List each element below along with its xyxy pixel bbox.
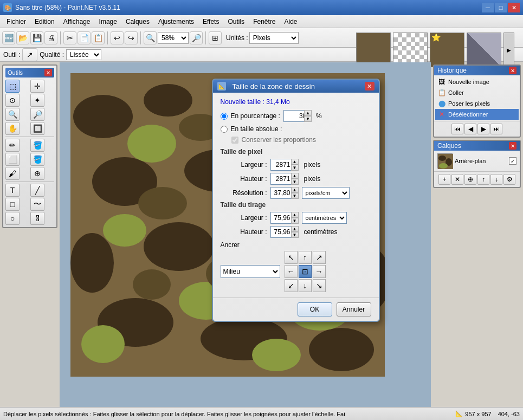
history-item-3[interactable]: ✕ Désélectionner <box>435 109 519 120</box>
brush-tool[interactable]: 🖌 <box>5 167 20 180</box>
paste-button[interactable]: 📋 <box>92 31 105 44</box>
fill-tool[interactable]: 🪣 <box>30 139 44 152</box>
zoom-out-button[interactable]: 🔍 <box>144 31 157 44</box>
history-close-button[interactable]: ✕ <box>509 67 516 74</box>
ok-button[interactable]: OK <box>298 302 332 316</box>
resolution-up[interactable]: ▲ <box>291 187 299 193</box>
shapes-tool[interactable]: □ <box>5 198 20 211</box>
text-tool[interactable]: T <box>5 184 20 197</box>
px-height-up[interactable]: ▲ <box>291 173 299 179</box>
magic-wand-tool[interactable]: ✦ <box>30 94 44 107</box>
pan-tool[interactable]: ✋ <box>5 122 20 135</box>
cancel-button[interactable]: Annuler <box>337 302 371 316</box>
print-width-up[interactable]: ▲ <box>291 212 299 218</box>
anchor-select[interactable]: Milieu Haut gauche Haut Haut droite Gauc… <box>221 265 280 278</box>
anchor-center[interactable]: ⊡ <box>299 265 312 278</box>
dialog-close-button[interactable]: ✕ <box>365 82 375 91</box>
layer-down-button[interactable]: ↓ <box>490 174 502 185</box>
undo-button[interactable]: ↩ <box>111 31 124 44</box>
resolution-unit-select[interactable]: pixels/cm pixels/pouce <box>302 187 350 199</box>
print-button[interactable]: 🖨 <box>44 31 57 44</box>
resolution-down[interactable]: ▼ <box>291 193 299 199</box>
grid-button[interactable]: ⊞ <box>209 31 222 44</box>
history-first-button[interactable]: ⏮ <box>451 124 463 134</box>
layer-properties-button[interactable]: ⚙ <box>503 174 515 185</box>
print-width-down[interactable]: ▼ <box>291 218 299 224</box>
menu-ajustements[interactable]: Ajustements <box>154 17 198 27</box>
save-button[interactable]: 💾 <box>30 31 43 44</box>
zoom-out-tool[interactable]: 🔎 <box>30 108 44 121</box>
redo-button[interactable]: ↪ <box>125 31 138 44</box>
select-rect-tool[interactable]: ⬚ <box>5 80 20 93</box>
menu-fichier[interactable]: Fichier <box>2 17 30 27</box>
duplicate-layer-button[interactable]: ⊕ <box>464 174 476 185</box>
zoom-rect-tool[interactable]: 🔲 <box>30 122 44 135</box>
ellipse-tool[interactable]: ○ <box>5 212 20 225</box>
anchor-bottomleft[interactable]: ↙ <box>285 279 298 292</box>
new-button[interactable]: 🆕 <box>2 31 15 44</box>
absolute-radio[interactable] <box>221 126 228 133</box>
print-height-down[interactable]: ▼ <box>291 232 299 238</box>
history-item-2[interactable]: ⬤ Poser les pixels <box>435 98 519 109</box>
maximize-button[interactable]: □ <box>495 3 507 12</box>
px-width-down[interactable]: ▼ <box>291 165 299 171</box>
anchor-left[interactable]: ← <box>285 265 298 278</box>
anchor-bottom[interactable]: ↓ <box>299 279 312 292</box>
px-height-down[interactable]: ▼ <box>291 179 299 185</box>
cut-button[interactable]: ✂ <box>63 31 76 44</box>
units-select[interactable]: Pixels Centimètres <box>249 32 299 44</box>
current-tool-button[interactable]: ↗ <box>22 48 37 61</box>
close-window-button[interactable]: ✕ <box>508 3 520 12</box>
eraser-tool[interactable]: ⬜ <box>5 153 20 166</box>
layer-up-button[interactable]: ↑ <box>477 174 489 185</box>
menu-aide[interactable]: Aide <box>280 17 301 27</box>
anchor-topleft[interactable]: ↖ <box>285 251 298 264</box>
percent-up-button[interactable]: ▲ <box>304 110 312 116</box>
clone-tool[interactable]: ⊕ <box>30 167 44 180</box>
canvas-area[interactable]: 📐 Taille de la zone de dessin ✕ Nouvelle… <box>60 62 431 407</box>
delete-layer-button[interactable]: ✕ <box>451 174 463 185</box>
toolbox-close-button[interactable]: ✕ <box>44 69 52 76</box>
menu-fenetre[interactable]: Fenêtre <box>249 17 280 27</box>
menu-affichage[interactable]: Affichage <box>59 17 95 27</box>
copy-button[interactable]: 📄 <box>78 31 91 44</box>
layer-visibility-0[interactable]: ✓ <box>509 157 516 165</box>
print-width-unit-select[interactable]: centimètres pouces <box>302 212 347 224</box>
zoom-in-tool[interactable]: 🔍 <box>5 108 20 121</box>
print-height-up[interactable]: ▲ <box>291 226 299 232</box>
layers-close-button[interactable]: ✕ <box>509 142 516 150</box>
history-prev-button[interactable]: ◀ <box>464 124 476 134</box>
menu-effets[interactable]: Effets <box>198 17 223 27</box>
history-next-button[interactable]: ▶ <box>477 124 489 134</box>
anchor-bottomright[interactable]: ↘ <box>313 279 326 292</box>
pencil-tool[interactable]: ✏ <box>5 139 20 152</box>
add-layer-button[interactable]: + <box>438 174 450 185</box>
zoom-select[interactable]: 58% 100% 200% <box>158 32 189 44</box>
move-tool[interactable]: ✛ <box>30 80 44 93</box>
lasso-tool[interactable]: ⊙ <box>5 94 20 107</box>
paint-bucket-tool[interactable]: 🪣 <box>30 153 44 166</box>
layer-item-0[interactable]: Arrière-plan ✓ <box>435 152 519 170</box>
minimize-button[interactable]: ─ <box>482 3 494 12</box>
open-button[interactable]: 📂 <box>16 31 29 44</box>
zoom-in-button[interactable]: 🔎 <box>190 31 203 44</box>
percent-down-button[interactable]: ▼ <box>304 116 312 122</box>
anchor-right[interactable]: → <box>313 265 326 278</box>
line-tool[interactable]: ╱ <box>30 184 44 197</box>
history-last-button[interactable]: ⏭ <box>490 124 502 134</box>
layer-thumbnail-0 <box>437 153 453 169</box>
freeform-tool[interactable]: 〿 <box>30 212 44 225</box>
percent-radio[interactable] <box>221 113 228 120</box>
anchor-topright[interactable]: ↗ <box>313 251 326 264</box>
menu-outils[interactable]: Outils <box>223 17 249 27</box>
px-width-up[interactable]: ▲ <box>291 159 299 165</box>
menu-edition[interactable]: Edition <box>30 17 59 27</box>
menu-calques[interactable]: Calques <box>121 17 154 27</box>
quality-select[interactable]: Lissée Normal Aucun <box>66 49 101 60</box>
history-item-0[interactable]: 🖼 Nouvelle image <box>435 76 519 87</box>
curve-tool[interactable]: 〜 <box>30 198 44 211</box>
history-item-1[interactable]: 📋 Coller <box>435 87 519 98</box>
anchor-top[interactable]: ↑ <box>299 251 312 264</box>
menu-image[interactable]: Image <box>95 17 121 27</box>
keep-proportions-checkbox[interactable] <box>231 137 238 144</box>
